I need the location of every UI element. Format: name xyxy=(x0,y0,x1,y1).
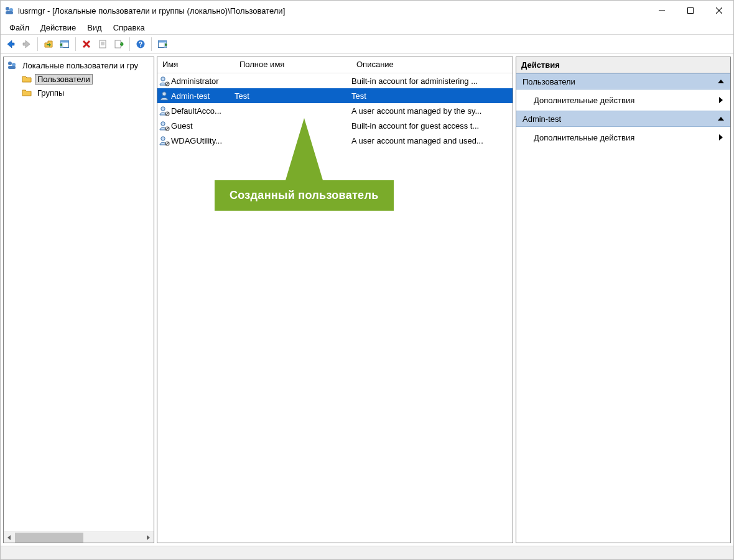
menu-action[interactable]: Действие xyxy=(35,22,81,34)
window-title: lusrmgr - [Локальные пользователи и груп… xyxy=(18,6,285,16)
svg-point-27 xyxy=(162,92,166,96)
app-window: lusrmgr - [Локальные пользователи и груп… xyxy=(0,0,734,560)
menubar: Файл Действие Вид Справка xyxy=(1,21,733,34)
menu-view[interactable]: Вид xyxy=(82,22,107,34)
user-disabled-icon xyxy=(159,120,170,131)
tree-item-label: Группы xyxy=(37,88,64,98)
svg-rect-24 xyxy=(8,66,16,69)
user-description: A user account managed by the sy... xyxy=(351,106,481,116)
user-description: Built-in account for guest access t... xyxy=(351,121,479,131)
tree-item-users[interactable]: Пользователи xyxy=(4,72,154,86)
close-button[interactable] xyxy=(705,1,733,21)
export-list-button[interactable] xyxy=(111,37,126,52)
list-row[interactable]: Admin-test Test Test xyxy=(157,88,513,103)
user-name: Admin-test xyxy=(171,91,210,101)
toolbar: ? xyxy=(1,34,733,54)
column-header-fullname[interactable]: Полное имя xyxy=(235,57,351,73)
user-description: Built-in account for administering ... xyxy=(351,76,478,86)
window-buttons xyxy=(648,1,733,21)
menu-file[interactable]: Файл xyxy=(4,22,34,34)
action-group-title: Admin-test xyxy=(523,114,561,124)
forward-button[interactable] xyxy=(19,37,34,52)
user-description: Test xyxy=(351,91,366,101)
folder-icon xyxy=(21,73,32,85)
scroll-left-button[interactable] xyxy=(4,533,15,543)
action-item-more-users[interactable]: Дополнительные действия xyxy=(516,90,730,111)
svg-rect-12 xyxy=(100,40,106,48)
actions-header: Действия xyxy=(516,57,730,73)
console-root-icon xyxy=(6,60,17,71)
actions-header-label: Действия xyxy=(521,60,560,70)
minimize-button[interactable] xyxy=(648,1,676,21)
action-group-header-selected[interactable]: Admin-test xyxy=(516,111,730,127)
svg-point-0 xyxy=(6,7,9,11)
svg-rect-20 xyxy=(159,41,167,43)
body: Локальные пользователи и гру Пользовател… xyxy=(1,54,733,546)
submenu-icon xyxy=(719,134,723,140)
svg-point-30 xyxy=(161,122,165,126)
svg-point-22 xyxy=(8,62,12,65)
user-disabled-icon xyxy=(159,105,170,116)
callout-text: Созданный пользователь xyxy=(230,189,379,201)
tree-root[interactable]: Локальные пользователи и гру xyxy=(4,58,154,72)
statusbar xyxy=(1,546,733,559)
list-pane: Имя Полное имя Описание Administrator Bu… xyxy=(157,57,513,543)
navigation-pane: Локальные пользователи и гру Пользовател… xyxy=(3,57,154,543)
tree-root-label: Локальные пользователи и гру xyxy=(22,61,138,70)
svg-point-32 xyxy=(161,137,165,140)
svg-point-28 xyxy=(161,107,165,111)
user-list[interactable]: Administrator Built-in account for admin… xyxy=(157,73,513,543)
tree-item-label: Пользователи xyxy=(37,75,90,84)
list-row[interactable]: WDAGUtility... A user account managed an… xyxy=(157,133,513,148)
svg-point-25 xyxy=(161,77,165,81)
action-item-label: Дополнительные действия xyxy=(534,133,634,142)
user-fullname: Test xyxy=(235,91,249,101)
svg-text:?: ? xyxy=(139,41,142,48)
user-disabled-icon xyxy=(159,75,170,86)
navigation-tree[interactable]: Локальные пользователи и гру Пользовател… xyxy=(4,57,154,531)
app-icon xyxy=(4,6,14,16)
properties-button[interactable] xyxy=(95,37,110,52)
scroll-thumb[interactable] xyxy=(15,533,83,543)
maximize-button[interactable] xyxy=(676,1,705,21)
toolbar-separator xyxy=(129,37,130,51)
svg-rect-2 xyxy=(6,11,13,14)
user-disabled-icon xyxy=(159,135,170,146)
user-name: DefaultAcco... xyxy=(171,106,221,116)
column-header-name[interactable]: Имя xyxy=(157,57,235,73)
scroll-right-button[interactable] xyxy=(142,533,154,543)
list-row[interactable]: Guest Built-in account for guest access … xyxy=(157,118,513,133)
delete-button[interactable] xyxy=(79,37,94,52)
help-button[interactable]: ? xyxy=(133,37,148,52)
list-row[interactable]: Administrator Built-in account for admin… xyxy=(157,73,513,88)
action-group-header-users[interactable]: Пользователи xyxy=(516,73,730,90)
actions-pane: Действия Пользователи Дополнительные дей… xyxy=(516,57,731,543)
submenu-icon xyxy=(719,97,723,103)
menu-help[interactable]: Справка xyxy=(108,22,150,34)
show-hide-action-pane-button[interactable] xyxy=(155,37,170,52)
back-button[interactable] xyxy=(3,37,18,52)
user-name: Guest xyxy=(171,121,193,131)
show-hide-tree-button[interactable] xyxy=(57,37,72,52)
action-group-title: Пользователи xyxy=(523,77,575,86)
action-item-more-selected[interactable]: Дополнительные действия xyxy=(516,127,730,148)
folder-icon xyxy=(21,87,32,98)
scroll-track[interactable] xyxy=(15,533,142,543)
user-name: Administrator xyxy=(171,76,219,86)
toolbar-separator xyxy=(37,37,38,51)
user-name: WDAGUtility... xyxy=(171,136,222,145)
list-columns-header[interactable]: Имя Полное имя Описание xyxy=(157,57,513,73)
collapse-icon xyxy=(718,117,724,121)
nav-horizontal-scrollbar[interactable] xyxy=(4,531,154,543)
user-description: A user account managed and used... xyxy=(351,136,483,145)
svg-rect-8 xyxy=(61,41,69,43)
toolbar-separator xyxy=(75,37,76,51)
svg-rect-16 xyxy=(115,40,121,48)
column-header-description[interactable]: Описание xyxy=(351,57,513,73)
tree-item-groups[interactable]: Группы xyxy=(4,86,154,99)
user-icon xyxy=(159,90,170,101)
svg-rect-4 xyxy=(688,8,694,14)
titlebar: lusrmgr - [Локальные пользователи и груп… xyxy=(1,1,733,21)
list-row[interactable]: DefaultAcco... A user account managed by… xyxy=(157,103,513,118)
up-button[interactable] xyxy=(41,37,56,52)
